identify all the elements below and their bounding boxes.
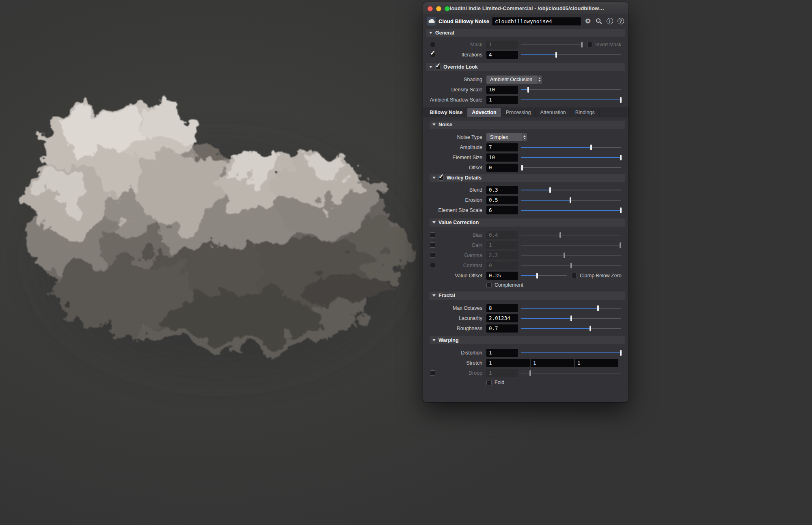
section-general[interactable]: General <box>426 29 625 37</box>
section-override-look[interactable]: Override Look <box>426 63 625 71</box>
collapse-triangle-icon <box>432 177 436 179</box>
ambient-shadow-scale-field[interactable]: 1 <box>486 96 518 104</box>
bias-label: Bias <box>436 232 482 238</box>
noise-type-label: Noise Type <box>436 134 482 140</box>
erosion-slider[interactable] <box>521 196 621 204</box>
tab-attenuation[interactable]: Attenuation <box>536 108 571 117</box>
lacunarity-slider[interactable] <box>521 314 621 322</box>
gain-enable-checkbox[interactable] <box>430 242 435 248</box>
parameter-tabs: Billowy Noise Advection Processing Atten… <box>423 108 628 117</box>
value-offset-field[interactable]: 0.35 <box>486 272 518 280</box>
distortion-slider[interactable] <box>521 349 621 357</box>
mask-slider[interactable] <box>521 41 582 49</box>
shading-label: Shading <box>436 77 482 82</box>
search-button[interactable] <box>595 17 603 25</box>
offset-slider[interactable] <box>521 164 621 172</box>
complement-row: Complement <box>423 281 628 290</box>
density-scale-slider[interactable] <box>521 86 621 94</box>
lacunarity-label: Lacunarity <box>436 315 482 321</box>
amplitude-row: Amplitude 7 <box>423 142 628 152</box>
amplitude-field[interactable]: 7 <box>486 143 518 151</box>
gain-slider[interactable] <box>521 241 621 249</box>
offset-row: Offset 0 <box>423 162 628 173</box>
invert-mask-checkbox[interactable] <box>587 42 592 47</box>
blend-field[interactable]: 0.3 <box>486 186 518 194</box>
node-name-input[interactable] <box>492 17 581 26</box>
mask-label: Mask <box>436 42 482 48</box>
tab-processing[interactable]: Processing <box>501 108 536 117</box>
droop-slider[interactable] <box>521 369 621 377</box>
section-warping[interactable]: Warping <box>430 336 625 344</box>
mask-enable-checkbox[interactable] <box>430 42 435 47</box>
contrast-field[interactable]: 0 <box>486 261 518 270</box>
roughness-slider[interactable] <box>521 324 621 333</box>
contrast-row: Contrast 0 <box>423 260 628 270</box>
minimize-window-button[interactable] <box>436 6 441 11</box>
blend-slider[interactable] <box>521 186 621 194</box>
info-icon: i <box>607 18 613 24</box>
iterations-row: Iterations 4 <box>423 50 628 60</box>
element-size-scale-field[interactable]: 6 <box>486 206 518 214</box>
fold-checkbox[interactable] <box>486 380 492 385</box>
stretch-x-field[interactable]: 1 <box>486 359 530 367</box>
droop-field[interactable]: 1 <box>486 369 518 377</box>
gain-field[interactable]: 1 <box>486 241 518 249</box>
clamp-below-zero-checkbox[interactable] <box>572 273 577 278</box>
density-scale-row: Density Scale 10 <box>423 84 628 95</box>
override-look-checkbox[interactable] <box>435 65 441 70</box>
element-size-scale-slider[interactable] <box>521 206 621 214</box>
bias-slider[interactable] <box>521 231 621 239</box>
zoom-window-button[interactable] <box>445 6 450 11</box>
collapse-triangle-icon <box>429 32 432 34</box>
max-octaves-field[interactable]: 8 <box>486 304 518 312</box>
contrast-enable-checkbox[interactable] <box>430 263 435 268</box>
element-size-row: Element Size 10 <box>423 152 628 162</box>
roughness-field[interactable]: 0.7 <box>486 324 518 333</box>
gamma-slider[interactable] <box>521 251 621 259</box>
window-titlebar[interactable]: Houdini Indie Limited-Commercial - /obj/… <box>423 2 628 15</box>
close-window-button[interactable] <box>428 6 433 11</box>
iterations-slider[interactable] <box>521 51 621 59</box>
bias-enable-checkbox[interactable] <box>430 232 435 238</box>
shading-row: Shading Ambient Occlusion <box>423 74 628 84</box>
section-worley-details[interactable]: Worley Details <box>430 174 625 182</box>
gamma-field[interactable]: 2.2 <box>486 251 518 259</box>
amplitude-slider[interactable] <box>521 143 621 151</box>
element-size-slider[interactable] <box>521 153 621 162</box>
stretch-y-field[interactable]: 1 <box>531 359 574 367</box>
erosion-field[interactable]: 0.5 <box>486 196 518 204</box>
stretch-z-field[interactable]: 1 <box>575 359 618 367</box>
distortion-field[interactable]: 1 <box>486 349 518 357</box>
section-fractal[interactable]: Fractal <box>430 292 625 300</box>
mask-field[interactable]: 1 <box>486 41 518 49</box>
offset-field[interactable]: 0 <box>486 164 518 172</box>
collapse-triangle-icon <box>429 66 432 68</box>
value-offset-slider[interactable] <box>521 272 567 280</box>
density-scale-field[interactable]: 10 <box>486 86 518 94</box>
iterations-enable-checkbox[interactable] <box>430 52 435 57</box>
tab-advection[interactable]: Advection <box>467 108 501 117</box>
gamma-enable-checkbox[interactable] <box>430 253 435 258</box>
tab-billowy-noise[interactable]: Billowy Noise <box>425 108 467 117</box>
help-button[interactable]: ? <box>617 17 625 25</box>
max-octaves-slider[interactable] <box>521 304 621 312</box>
viewport-3d[interactable] <box>0 0 812 525</box>
noise-type-dropdown[interactable]: Simplex <box>486 133 527 141</box>
max-octaves-row: Max Octaves 8 <box>423 303 628 313</box>
bias-field[interactable]: 0.4 <box>486 231 518 239</box>
element-size-field[interactable]: 10 <box>486 153 518 162</box>
contrast-slider[interactable] <box>521 261 621 270</box>
ambient-shadow-scale-slider[interactable] <box>521 96 621 104</box>
lacunarity-field[interactable]: 2.01234 <box>486 314 518 322</box>
complement-checkbox[interactable] <box>486 283 492 288</box>
worley-details-checkbox[interactable] <box>438 175 444 181</box>
tab-bindings[interactable]: Bindings <box>571 108 600 117</box>
gear-menu-button[interactable]: ⚙ <box>584 17 592 25</box>
droop-enable-checkbox[interactable] <box>430 370 435 376</box>
info-button[interactable]: i <box>606 17 614 25</box>
section-noise[interactable]: Noise <box>430 121 625 129</box>
shading-dropdown[interactable]: Ambient Occlusion <box>486 76 542 84</box>
section-value-correction[interactable]: Value Correction <box>430 218 625 227</box>
erosion-row: Erosion 0.5 <box>423 195 628 205</box>
iterations-field[interactable]: 4 <box>486 51 518 59</box>
